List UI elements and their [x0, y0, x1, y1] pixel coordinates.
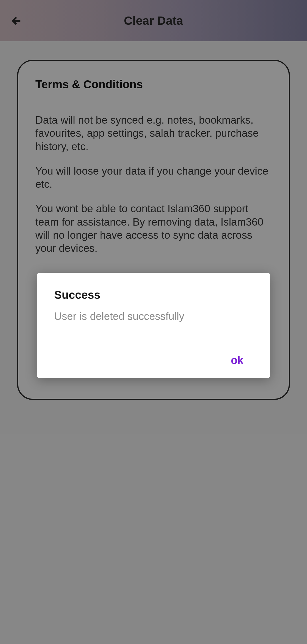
dialog-title: Success — [54, 289, 253, 301]
dialog-message: User is deleted successfully — [54, 310, 253, 322]
dialog-ok-button[interactable]: ok — [223, 351, 251, 370]
dialog-actions: ok — [54, 351, 253, 370]
success-dialog: Success User is deleted successfully ok — [37, 273, 270, 378]
